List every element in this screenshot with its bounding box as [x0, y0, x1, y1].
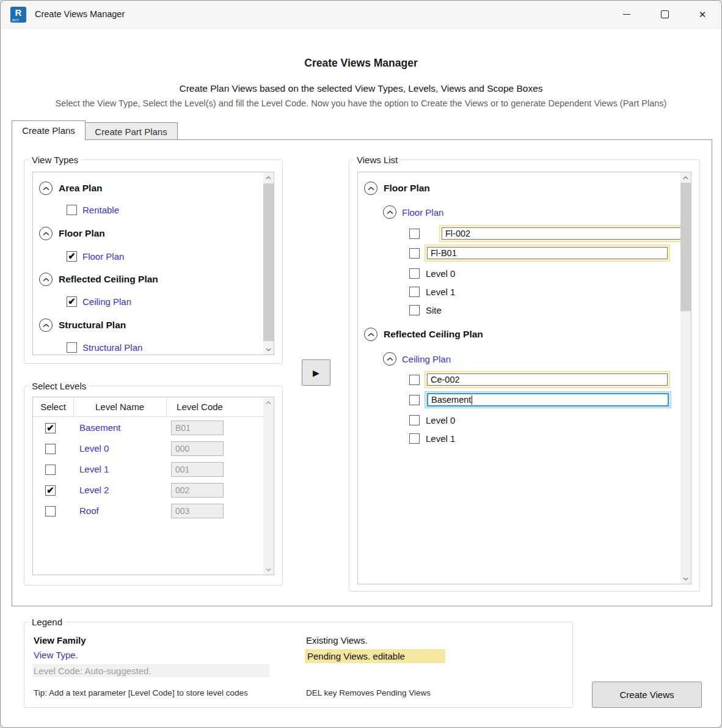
level-select-checkbox[interactable] — [45, 506, 56, 517]
pending-view-row — [409, 371, 670, 388]
view-checkbox[interactable] — [409, 268, 420, 279]
view-types-list: Area Plan Rentable Floor Plan Floor Plan… — [32, 172, 274, 355]
view-checkbox[interactable] — [409, 287, 420, 297]
view-checkbox[interactable] — [409, 433, 420, 444]
scrollbar-thumb[interactable] — [680, 183, 691, 311]
scroll-down-icon[interactable] — [680, 573, 691, 584]
level-name: Level 1 — [79, 464, 109, 474]
tab-create-plans[interactable]: Create Plans — [12, 120, 86, 140]
pending-view-row — [409, 245, 670, 262]
level-select-checkbox[interactable] — [45, 465, 56, 475]
scroll-up-icon[interactable] — [263, 397, 274, 408]
levels-scrollbar[interactable] — [263, 397, 274, 575]
pending-view-name-input[interactable] — [427, 247, 668, 259]
scrollbar-thumb[interactable] — [263, 183, 274, 341]
maximize-button[interactable] — [646, 1, 684, 28]
level-name: Level 2 — [79, 485, 109, 495]
level-row-level-1: Level 1 — [33, 460, 274, 480]
page-title: Create Views Manager — [1, 57, 721, 70]
view-type-label: Ceiling Plan — [82, 296, 131, 307]
level-row-level-2: Level 2 — [33, 480, 274, 501]
level-select-checkbox[interactable] — [45, 423, 56, 433]
chevron-up-icon — [387, 357, 393, 361]
view-type-ceiling-plan: Ceiling Plan — [67, 293, 131, 309]
chevron-up-icon — [387, 210, 393, 215]
view-types-scrollbar[interactable] — [263, 172, 274, 355]
create-views-button[interactable]: Create Views — [592, 682, 702, 708]
minimize-button[interactable] — [608, 1, 646, 28]
collapse-structural-plan-button[interactable] — [39, 318, 53, 332]
chevron-up-icon — [43, 323, 49, 328]
column-separator — [73, 397, 74, 416]
rentable-checkbox[interactable] — [67, 205, 77, 215]
collapse-floor-plan-family-button[interactable] — [364, 182, 377, 195]
pending-view-name-input-focused[interactable]: Basement — [427, 393, 669, 406]
existing-view-label: Level 0 — [426, 268, 455, 279]
transfer-to-views-list-button[interactable]: ▶ — [302, 359, 330, 386]
views-family-floor-plan: Floor Plan — [364, 180, 430, 196]
view-family-structural-plan: Structural Plan — [39, 317, 126, 333]
views-type-floor-plan: Floor Plan — [383, 204, 443, 220]
level-select-checkbox[interactable] — [45, 444, 56, 454]
chevron-up-icon — [43, 232, 49, 236]
scroll-up-icon[interactable] — [680, 172, 691, 183]
collapse-ceiling-plan-type-button[interactable] — [383, 352, 396, 366]
focused-view-highlight: Basement — [425, 391, 671, 408]
tab-create-part-plans[interactable]: Create Part Plans — [84, 122, 178, 141]
view-checkbox[interactable] — [409, 415, 420, 425]
view-family-floor-plan: Floor Plan — [39, 226, 105, 241]
ceiling-plan-checkbox[interactable] — [67, 296, 77, 307]
view-checkbox[interactable] — [409, 375, 420, 385]
chevron-up-icon — [368, 333, 374, 337]
view-type-rentable: Rentable — [67, 202, 119, 218]
maximize-icon — [661, 10, 669, 18]
level-code-input[interactable] — [171, 441, 224, 456]
view-family-reflected-ceiling-plan: Reflected Ceiling Plan — [39, 271, 158, 287]
level-name: Basement — [79, 422, 121, 433]
view-type-floor-plan: Floor Plan — [67, 248, 124, 264]
scroll-down-icon[interactable] — [263, 344, 274, 355]
view-checkbox[interactable] — [409, 248, 420, 259]
view-checkbox[interactable] — [409, 395, 420, 405]
pending-view-name-input[interactable] — [442, 227, 682, 240]
scroll-up-icon[interactable] — [263, 172, 274, 183]
view-checkbox[interactable] — [409, 229, 420, 239]
revit-app-icon: R RVT — [10, 7, 26, 23]
collapse-rcp-button[interactable] — [39, 273, 53, 286]
level-row-basement: Basement — [33, 418, 274, 439]
level-row-level-0: Level 0 — [33, 439, 274, 460]
level-code-input[interactable] — [171, 504, 224, 518]
level-code-input[interactable] — [171, 462, 224, 477]
view-family-label: Structural Plan — [59, 320, 126, 331]
collapse-rcp-family-button[interactable] — [364, 328, 377, 341]
existing-view-row: Level 1 — [409, 284, 455, 300]
existing-view-row: Level 0 — [409, 412, 455, 428]
level-code-input[interactable] — [171, 483, 224, 498]
level-code-input[interactable] — [171, 421, 224, 435]
views-list: Floor Plan Floor Plan Level 0 Level 1 — [357, 172, 691, 584]
existing-view-row: Level 1 — [409, 430, 455, 446]
structural-plan-checkbox[interactable] — [67, 342, 77, 353]
pending-view-name-input[interactable] — [427, 373, 668, 386]
view-type-structural-plan: Structural Plan — [67, 339, 142, 355]
views-type-label: Ceiling Plan — [402, 354, 451, 364]
column-header-level-code: Level Code — [166, 397, 233, 416]
legend-group-label: Legend — [29, 617, 65, 627]
level-select-checkbox[interactable] — [45, 485, 56, 496]
collapse-area-plan-button[interactable] — [39, 182, 53, 195]
view-checkbox[interactable] — [409, 305, 420, 315]
scroll-down-icon[interactable] — [263, 564, 274, 575]
existing-view-label: Level 1 — [426, 433, 455, 444]
column-separator — [166, 397, 167, 416]
views-list-scrollbar[interactable] — [680, 172, 691, 584]
view-type-label: Floor Plan — [82, 251, 124, 262]
floor-plan-checkbox[interactable] — [67, 251, 77, 262]
close-button[interactable]: ✕ — [684, 1, 721, 28]
view-family-area-plan: Area Plan — [39, 180, 103, 196]
existing-view-label: Site — [426, 305, 442, 315]
collapse-floor-plan-type-button[interactable] — [383, 205, 396, 219]
header-divider — [33, 416, 274, 417]
view-family-label: Area Plan — [59, 183, 103, 194]
view-types-group-label: View Types — [29, 155, 81, 165]
collapse-floor-plan-button[interactable] — [39, 227, 53, 240]
